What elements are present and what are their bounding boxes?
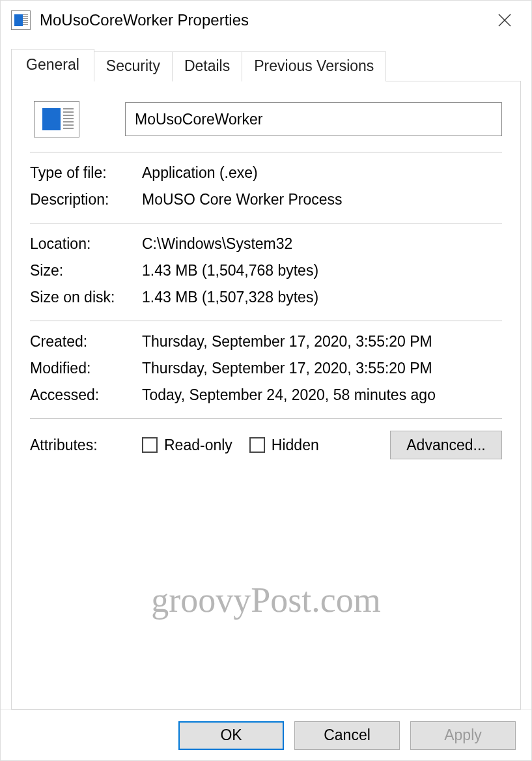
close-icon	[498, 14, 511, 27]
checkbox-hidden[interactable]: Hidden	[249, 437, 319, 454]
advanced-button[interactable]: Advanced...	[390, 431, 502, 459]
tab-security[interactable]: Security	[94, 51, 173, 81]
apply-button[interactable]: Apply	[410, 721, 516, 750]
cancel-button[interactable]: Cancel	[294, 721, 400, 750]
tab-previous-versions[interactable]: Previous Versions	[242, 51, 386, 81]
row-type: Type of file: Application (.exe)	[30, 164, 502, 182]
tab-general-body: Type of file: Application (.exe) Descrip…	[11, 81, 521, 710]
tab-general[interactable]: General	[11, 49, 94, 81]
label-accessed: Accessed:	[30, 386, 142, 404]
label-size-on-disk: Size on disk:	[30, 289, 142, 306]
dialog-footer: OK Cancel Apply	[1, 710, 531, 760]
row-size-on-disk: Size on disk: 1.43 MB (1,507,328 bytes)	[30, 289, 502, 306]
row-size: Size: 1.43 MB (1,504,768 bytes)	[30, 262, 502, 280]
row-location: Location: C:\Windows\System32	[30, 235, 502, 253]
value-type: Application (.exe)	[142, 164, 502, 182]
ok-button[interactable]: OK	[178, 721, 284, 750]
watermark: groovyPost.com	[12, 580, 520, 620]
label-modified: Modified:	[30, 360, 142, 377]
file-icon	[34, 101, 79, 137]
file-header-row	[30, 101, 502, 137]
label-created: Created:	[30, 333, 142, 351]
file-name-input[interactable]	[125, 102, 502, 136]
tab-details[interactable]: Details	[172, 51, 242, 81]
label-type: Type of file:	[30, 164, 142, 182]
separator	[30, 321, 502, 321]
label-size: Size:	[30, 262, 142, 280]
label-description: Description:	[30, 191, 142, 208]
client-area: General Security Details Previous Versio…	[1, 40, 531, 710]
row-attributes: Attributes: Read-only Hidden Advanced...	[30, 431, 502, 459]
titlebar: MoUsoCoreWorker Properties	[1, 1, 531, 40]
row-created: Created: Thursday, September 17, 2020, 3…	[30, 333, 502, 351]
tabstrip: General Security Details Previous Versio…	[11, 48, 521, 81]
checkbox-box-icon	[249, 437, 265, 453]
checkbox-readonly-label: Read-only	[164, 437, 232, 454]
value-modified: Thursday, September 17, 2020, 3:55:20 PM	[142, 360, 502, 377]
properties-window: MoUsoCoreWorker Properties General Secur…	[0, 0, 532, 761]
checkbox-readonly[interactable]: Read-only	[142, 437, 232, 454]
label-attributes: Attributes:	[30, 437, 142, 454]
row-description: Description: MoUSO Core Worker Process	[30, 191, 502, 208]
app-icon	[11, 10, 31, 30]
close-button[interactable]	[482, 4, 527, 36]
value-created: Thursday, September 17, 2020, 3:55:20 PM	[142, 333, 502, 351]
separator	[30, 152, 502, 152]
value-size-on-disk: 1.43 MB (1,507,328 bytes)	[142, 289, 502, 306]
separator	[30, 223, 502, 223]
value-description: MoUSO Core Worker Process	[142, 191, 502, 208]
window-title: MoUsoCoreWorker Properties	[40, 11, 482, 29]
value-location: C:\Windows\System32	[142, 235, 502, 253]
checkbox-box-icon	[142, 437, 158, 453]
checkbox-hidden-label: Hidden	[272, 437, 319, 454]
separator	[30, 418, 502, 419]
row-modified: Modified: Thursday, September 17, 2020, …	[30, 360, 502, 377]
label-location: Location:	[30, 235, 142, 253]
row-accessed: Accessed: Today, September 24, 2020, 58 …	[30, 386, 502, 404]
value-size: 1.43 MB (1,504,768 bytes)	[142, 262, 502, 280]
value-accessed: Today, September 24, 2020, 58 minutes ag…	[142, 386, 502, 404]
